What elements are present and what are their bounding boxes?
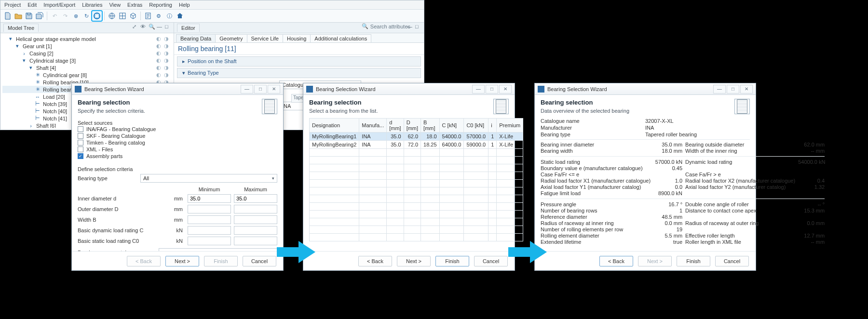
max-input[interactable]: [234, 194, 277, 203]
minimize-icon[interactable]: —: [157, 24, 163, 30]
max-input[interactable]: [234, 215, 277, 224]
menu-project[interactable]: Project: [4, 2, 21, 8]
tab-housing[interactable]: Housing: [283, 34, 311, 42]
table-row[interactable]: MyRollingBearing1INA35.062.018.054000.05…: [310, 133, 523, 141]
cancel-button[interactable]: Cancel: [243, 256, 276, 266]
save-icon[interactable]: [24, 11, 34, 21]
report-icon[interactable]: [143, 11, 153, 21]
menu-help[interactable]: Help: [179, 2, 190, 8]
tab-additionalcalculations[interactable]: Additional calculations: [310, 34, 371, 42]
back-button[interactable]: < Back: [358, 256, 392, 266]
search-attributes[interactable]: 🔍 Search attributes: [362, 23, 410, 29]
table-header[interactable]: Manufa...: [359, 119, 387, 133]
source-checkbox[interactable]: [78, 153, 83, 159]
search-icon[interactable]: 🔍: [149, 24, 155, 30]
tab-servicelife[interactable]: Service Life: [247, 34, 283, 42]
source-checkbox[interactable]: [78, 126, 83, 132]
grid-icon[interactable]: [118, 11, 127, 21]
min-input[interactable]: [188, 237, 231, 245]
source-checkbox[interactable]: [78, 146, 83, 152]
tree-expand-icon[interactable]: ✳: [34, 72, 41, 78]
table-header[interactable]: Designation: [310, 119, 359, 133]
close-icon[interactable]: ✕: [740, 85, 753, 93]
tree-expand-icon[interactable]: ▾: [14, 43, 21, 49]
menu-edit[interactable]: Edit: [27, 2, 37, 8]
max-input[interactable]: [234, 237, 277, 245]
eye-icon[interactable]: 👁: [140, 24, 147, 30]
settings-icon[interactable]: ⚙: [154, 11, 163, 21]
tree-node[interactable]: ✳Cylindrical gear [8]◐◑: [2, 71, 172, 79]
undo-icon[interactable]: ↶: [50, 11, 59, 21]
tree-node[interactable]: ▾Shaft [4]◐◑: [2, 64, 172, 71]
maximize-icon[interactable]: □: [727, 85, 739, 93]
cancel-button[interactable]: Cancel: [474, 256, 508, 266]
bearing-table[interactable]: DesignationManufa...d [mm]D [mm]B [mm]C …: [309, 118, 523, 241]
open-icon[interactable]: [14, 11, 23, 21]
3d-icon[interactable]: [128, 11, 138, 21]
editor-tab[interactable]: Editor: [177, 24, 200, 32]
minimize-icon[interactable]: —: [713, 85, 726, 93]
minimize-icon[interactable]: —: [472, 85, 485, 93]
home-icon[interactable]: [175, 11, 185, 21]
next-button[interactable]: Next >: [638, 256, 672, 266]
cancel-button[interactable]: Cancel: [715, 256, 749, 266]
table-row[interactable]: MyRollingBearing2INA35.072.018.2564000.0…: [310, 141, 523, 149]
max-input[interactable]: [234, 226, 277, 235]
tree-expand-icon[interactable]: ⊢: [34, 101, 41, 107]
table-header[interactable]: C0 [kN]: [464, 119, 488, 133]
table-header[interactable]: D [mm]: [404, 119, 420, 133]
maximize-icon[interactable]: □: [165, 24, 172, 30]
minimize-icon[interactable]: —: [241, 85, 253, 93]
back-button[interactable]: < Back: [127, 256, 161, 266]
tree-expand-icon[interactable]: ▾: [27, 65, 34, 71]
table-header[interactable]: i: [488, 119, 497, 133]
tree-expand-icon[interactable]: ▾: [7, 36, 14, 42]
tree-node[interactable]: ▾Helical gear stage example model◐◑: [2, 35, 172, 42]
refresh-icon[interactable]: ↻: [81, 11, 91, 21]
close-icon[interactable]: ✕: [499, 85, 512, 93]
tree-node[interactable]: ›Casing [2]◐◑: [2, 50, 172, 57]
min-input[interactable]: [188, 226, 231, 235]
tree-expand-icon[interactable]: ↔: [34, 94, 41, 100]
min-input[interactable]: [188, 205, 231, 213]
section-position[interactable]: ▸ Position on the Shaft: [177, 56, 421, 66]
save-all-icon[interactable]: [35, 11, 44, 21]
redo-icon[interactable]: ↷: [60, 11, 70, 21]
min-input[interactable]: [188, 194, 231, 203]
tab-bearingdata[interactable]: Bearing Data: [176, 34, 216, 42]
max-input[interactable]: [234, 205, 277, 213]
finish-button[interactable]: Finish: [677, 256, 710, 266]
tree-expand-icon[interactable]: ›: [27, 123, 34, 128]
minimize-icon[interactable]: —: [407, 24, 414, 30]
tree-expand-icon[interactable]: ⊢: [34, 115, 41, 121]
tree-expand-icon[interactable]: ▾: [21, 57, 27, 64]
tree-expand-icon[interactable]: ⊢: [34, 108, 41, 114]
help-icon[interactable]: ⓘ: [164, 11, 174, 21]
table-header[interactable]: Premium: [497, 119, 523, 133]
collapse-icon[interactable]: ⤢: [132, 24, 139, 30]
source-checkbox[interactable]: [78, 133, 83, 139]
source-checkbox[interactable]: [78, 140, 83, 146]
maximize-icon[interactable]: □: [486, 85, 498, 93]
maximize-icon[interactable]: □: [415, 24, 422, 30]
tree-expand-icon[interactable]: ✳: [34, 86, 41, 93]
close-icon[interactable]: ✕: [268, 85, 280, 93]
menu-reporting[interactable]: Reporting: [149, 2, 172, 8]
calculate-icon[interactable]: [92, 11, 102, 21]
next-button[interactable]: Next >: [397, 256, 431, 266]
back-button[interactable]: < Back: [599, 256, 633, 266]
finish-button[interactable]: Finish: [435, 256, 469, 266]
menu-extras[interactable]: Extras: [127, 2, 142, 8]
new-icon[interactable]: [3, 11, 13, 21]
table-header[interactable]: B [mm]: [421, 119, 440, 133]
menu-libraries[interactable]: Libraries: [82, 2, 102, 8]
bearing-type-select[interactable]: All▾: [140, 174, 277, 183]
next-button[interactable]: Next >: [165, 256, 199, 266]
tree-expand-icon[interactable]: ✳: [34, 79, 41, 85]
section-bearing-type[interactable]: ▾ Bearing Type: [177, 68, 421, 78]
finish-button[interactable]: Finish: [204, 256, 238, 266]
model-tree-tab[interactable]: Model Tree: [3, 24, 39, 32]
tree-node[interactable]: ▾Cylindrical stage [3]◐◑: [2, 57, 172, 64]
menu-importexport[interactable]: Import/Export: [43, 2, 75, 8]
menu-view[interactable]: View: [109, 2, 121, 8]
